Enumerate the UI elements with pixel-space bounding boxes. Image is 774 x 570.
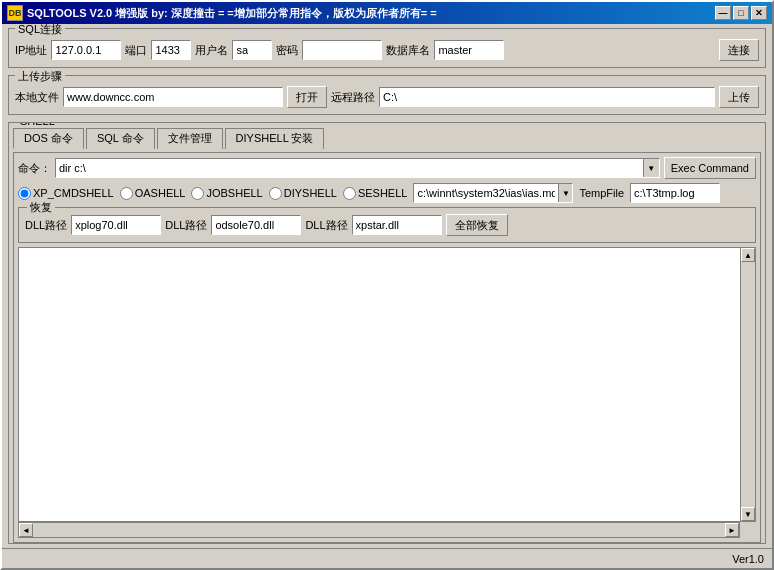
output-area: [18, 247, 740, 522]
upload-row: 本地文件 打开 远程路径 上传: [15, 86, 759, 108]
titlebar: DB SQLTOOLS V2.0 增强版 by: 深度撞击 = =增加部分常用指…: [2, 2, 772, 24]
scroll-left-button[interactable]: ◄: [19, 523, 33, 537]
local-file-label: 本地文件: [15, 90, 59, 105]
cmd-combo: ▼: [55, 158, 660, 178]
connect-button[interactable]: 连接: [719, 39, 759, 61]
upload-label: 上传步骤: [15, 69, 65, 84]
vertical-scrollbar[interactable]: ▲ ▼: [740, 247, 756, 522]
tab-content: 命令： ▼ Exec Command XP_CMDSHELL O: [13, 152, 761, 543]
scroll-track: [741, 262, 755, 507]
tab-sql[interactable]: SQL 命令: [86, 128, 155, 149]
radio-diyshell-label: DIYSHELL: [284, 187, 337, 199]
dll1-input[interactable]: [71, 215, 161, 235]
remote-path-input[interactable]: [379, 87, 715, 107]
radio-diyshell: DIYSHELL: [269, 187, 337, 200]
ip-label: IP地址: [15, 43, 47, 58]
user-label: 用户名: [195, 43, 228, 58]
sql-conn-label: SQL连接: [15, 24, 65, 37]
scroll-right-button[interactable]: ►: [725, 523, 739, 537]
titlebar-buttons: — □ ✕: [715, 6, 767, 20]
upload-button[interactable]: 上传: [719, 86, 759, 108]
tempfile-input[interactable]: [630, 183, 720, 203]
radio-oashell: OASHELL: [120, 187, 186, 200]
hscroll-track: [33, 523, 725, 537]
radio-jobshell-input[interactable]: [191, 187, 204, 200]
main-window: DB SQLTOOLS V2.0 增强版 by: 深度撞击 = =增加部分常用指…: [0, 0, 774, 570]
remote-path-label: 远程路径: [331, 90, 375, 105]
sql-conn-row: IP地址 端口 用户名 密码 数据库名 连接: [15, 39, 759, 61]
statusbar: Ver1.0: [2, 548, 772, 568]
cmd-label: 命令：: [18, 161, 51, 176]
radio-xp-cmdshell: XP_CMDSHELL: [18, 187, 114, 200]
dll2-input[interactable]: [211, 215, 301, 235]
tab-file[interactable]: 文件管理: [157, 128, 223, 149]
pass-input[interactable]: [302, 40, 382, 60]
local-file-input[interactable]: [63, 87, 283, 107]
radio-row: XP_CMDSHELL OASHELL JOBSHELL DIYSHELL: [18, 183, 756, 203]
upload-group: 上传步骤 本地文件 打开 远程路径 上传: [8, 75, 766, 115]
radio-jobshell: JOBSHELL: [191, 187, 262, 200]
tabs-bar: DOS 命令 SQL 命令 文件管理 DIYSHELL 安装: [13, 127, 761, 148]
minimize-button[interactable]: —: [715, 6, 731, 20]
radio-seshell-input[interactable]: [343, 187, 356, 200]
hscroll-wrapper: ◄ ►: [18, 522, 756, 538]
cmd-input[interactable]: [56, 159, 643, 177]
tempfile-label: TempFile: [579, 187, 624, 199]
port-label: 端口: [125, 43, 147, 58]
dll1-label: DLL路径: [25, 218, 67, 233]
db-label: 数据库名: [386, 43, 430, 58]
radio-diyshell-input[interactable]: [269, 187, 282, 200]
port-input[interactable]: [151, 40, 191, 60]
scroll-up-button[interactable]: ▲: [741, 248, 755, 262]
window-title: SQLTOOLS V2.0 增强版 by: 深度撞击 = =增加部分常用指令，版…: [27, 6, 437, 21]
shell-section: SHELL DOS 命令 SQL 命令 文件管理 DIYSHELL 安装 命令：…: [8, 122, 766, 544]
mdb-dropdown-arrow[interactable]: ▼: [558, 184, 572, 202]
radio-jobshell-label: JOBSHELL: [206, 187, 262, 199]
radio-xp-cmdshell-input[interactable]: [18, 187, 31, 200]
recover-label: 恢复: [27, 200, 55, 215]
db-input[interactable]: [434, 40, 504, 60]
close-button[interactable]: ✕: [751, 6, 767, 20]
mdb-combo: ▼: [413, 183, 573, 203]
user-input[interactable]: [232, 40, 272, 60]
radio-oashell-input[interactable]: [120, 187, 133, 200]
pass-label: 密码: [276, 43, 298, 58]
tab-diyshell[interactable]: DIYSHELL 安装: [225, 128, 325, 149]
radio-seshell: SESHELL: [343, 187, 408, 200]
radio-seshell-label: SESHELL: [358, 187, 408, 199]
titlebar-left: DB SQLTOOLS V2.0 增强版 by: 深度撞击 = =增加部分常用指…: [7, 5, 437, 21]
exec-command-button[interactable]: Exec Command: [664, 157, 756, 179]
dll3-label: DLL路径: [305, 218, 347, 233]
horizontal-scrollbar[interactable]: ◄ ►: [18, 522, 740, 538]
output-wrapper: ▲ ▼: [18, 247, 756, 522]
version-text: Ver1.0: [732, 553, 764, 565]
recover-row: DLL路径 DLL路径 DLL路径 全部恢复: [25, 214, 749, 236]
mdb-path-input[interactable]: [414, 184, 558, 202]
radio-xp-cmdshell-label: XP_CMDSHELL: [33, 187, 114, 199]
cmd-dropdown-arrow[interactable]: ▼: [643, 159, 659, 177]
radio-oashell-label: OASHELL: [135, 187, 186, 199]
recover-group: 恢复 DLL路径 DLL路径 DLL路径 全部恢复: [18, 207, 756, 243]
main-content: SQL连接 IP地址 端口 用户名 密码 数据库名 连接 上传步骤 本地文件: [2, 24, 772, 548]
maximize-button[interactable]: □: [733, 6, 749, 20]
dll3-input[interactable]: [352, 215, 442, 235]
output-section: ▲ ▼ ◄ ►: [18, 247, 756, 538]
app-icon: DB: [7, 5, 23, 21]
sql-conn-group: SQL连接 IP地址 端口 用户名 密码 数据库名 连接: [8, 28, 766, 68]
recover-all-button[interactable]: 全部恢复: [446, 214, 508, 236]
scroll-down-button[interactable]: ▼: [741, 507, 755, 521]
scroll-corner: [740, 522, 756, 538]
shell-label: SHELL: [17, 122, 58, 127]
tab-dos[interactable]: DOS 命令: [13, 128, 84, 149]
open-button[interactable]: 打开: [287, 86, 327, 108]
dll2-label: DLL路径: [165, 218, 207, 233]
cmd-row: 命令： ▼ Exec Command: [18, 157, 756, 179]
ip-input[interactable]: [51, 40, 121, 60]
